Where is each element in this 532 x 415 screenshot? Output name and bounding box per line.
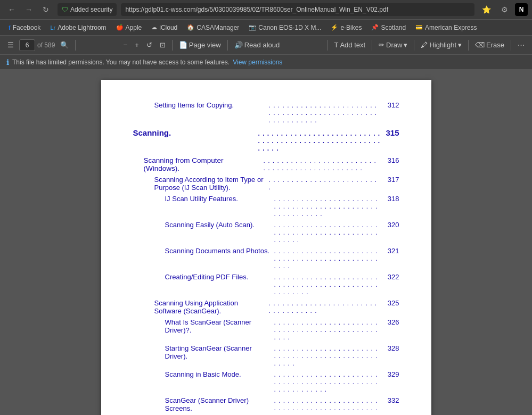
bookmarks-bar: f Facebook Lr Adobe Lightroom 🍎 Apple ☁ … bbox=[0, 19, 532, 35]
toc-dots: . . . . . . . . . . . . . . . . . . . . … bbox=[274, 397, 381, 415]
toc-entry-scanning: Scanning. . . . . . . . . . . . . . . . … bbox=[133, 128, 399, 152]
pdf-page-1: Setting Items for Copying. . . . . . . .… bbox=[101, 80, 431, 415]
forward-button[interactable]: → bbox=[21, 2, 36, 17]
toc-title: Scanning from Computer (Windows). bbox=[144, 156, 261, 172]
toolbar-divider-8 bbox=[511, 40, 511, 51]
refresh-button[interactable]: ↻ bbox=[38, 2, 53, 17]
toc-page: 316 bbox=[383, 156, 399, 164]
read-aloud-button[interactable]: 🔊 Read aloud bbox=[231, 39, 283, 51]
toolbar-divider-6 bbox=[414, 40, 414, 51]
toc-entry-setting-items: Setting Items for Copying. . . . . . . .… bbox=[133, 101, 399, 124]
notion-label: N bbox=[519, 6, 524, 13]
toc-dots: . . . . . . . . . . . . . . . . . . . . … bbox=[274, 345, 381, 367]
menu-button[interactable]: ☰ bbox=[4, 39, 17, 51]
shield-icon: 🛡 bbox=[62, 6, 68, 13]
bookmark-amex[interactable]: 💳 American Express bbox=[411, 23, 481, 32]
view-permissions-link[interactable]: View permissions bbox=[233, 59, 282, 66]
page-view-button[interactable]: 📄 Page view bbox=[176, 39, 224, 51]
erase-label: Erase bbox=[486, 41, 504, 49]
bookmark-icloud[interactable]: ☁ iCloud bbox=[147, 23, 182, 32]
toc-entry-basic-mode: Scanning in Basic Mode. . . . . . . . . … bbox=[133, 370, 399, 393]
toolbar-center: − + ↺ ⊡ 📄 Page view 🔊 Read aloud bbox=[79, 39, 324, 51]
toc-page: 329 bbox=[383, 370, 399, 378]
toc-dots: . . . . . . . . . . . . . . . . . . . . … bbox=[274, 273, 381, 296]
add-text-button[interactable]: T Add text bbox=[331, 39, 369, 51]
bookmark-label: Adobe Lightroom bbox=[58, 24, 106, 31]
bookmark-scotland[interactable]: 📌 Scotland bbox=[367, 23, 410, 32]
page-count: of 589 bbox=[37, 42, 55, 49]
toc-entry-scangear: Scanning Using Application Software (Sca… bbox=[133, 299, 399, 315]
bookmark-label: CASAManager bbox=[197, 24, 239, 31]
add-text-icon: T bbox=[334, 41, 338, 49]
toolbar-right: T Add text ✏ Draw ▾ 🖍 Highlight ▾ ⌫ Eras… bbox=[331, 39, 528, 51]
rotate-button[interactable]: ↺ bbox=[143, 39, 155, 51]
toc-entry-what-scangear: What Is ScanGear (Scanner Driver)?. . . … bbox=[133, 318, 399, 341]
toc-page: 315 bbox=[383, 128, 399, 137]
ebikes-icon: ⚡ bbox=[331, 24, 338, 31]
toc-title: ScanGear (Scanner Driver) Screens. bbox=[165, 396, 272, 412]
fit-button[interactable]: ⊡ bbox=[157, 39, 169, 51]
zoom-in-button[interactable]: + bbox=[132, 39, 142, 51]
toc-dots: . . . . . . . . . . . . . . . . . . . . … bbox=[264, 157, 381, 172]
settings-button[interactable]: ⚙ bbox=[497, 2, 512, 17]
draw-icon: ✏ bbox=[379, 41, 384, 49]
apple-icon: 🍎 bbox=[116, 24, 124, 31]
bookmark-lightroom[interactable]: Lr Adobe Lightroom bbox=[46, 23, 110, 32]
read-aloud-icon: 🔊 bbox=[234, 41, 243, 49]
browser-actions: ⭐ ⚙ N bbox=[479, 2, 528, 17]
erase-button[interactable]: ⌫ Erase bbox=[472, 39, 508, 51]
toc-page: 322 bbox=[383, 273, 399, 281]
bookmark-casa[interactable]: 🏠 CASAManager bbox=[183, 23, 243, 32]
zoom-out-button[interactable]: − bbox=[120, 39, 131, 51]
highlight-button[interactable]: 🖍 Highlight ▾ bbox=[418, 39, 465, 51]
draw-label: Draw bbox=[386, 41, 402, 49]
toc-title: Setting Items for Copying. bbox=[154, 101, 267, 109]
canon-icon: 📷 bbox=[249, 24, 256, 31]
highlight-chevron: ▾ bbox=[458, 41, 462, 49]
draw-button[interactable]: ✏ Draw ▾ bbox=[375, 39, 411, 51]
draw-chevron: ▾ bbox=[404, 41, 407, 49]
toc-title: Scanning According to Item Type or Purpo… bbox=[154, 176, 267, 192]
info-icon: ℹ bbox=[6, 58, 9, 67]
extensions-button[interactable]: ⭐ bbox=[479, 2, 494, 17]
toolbar-left: ☰ of 589 🔍 bbox=[4, 39, 72, 51]
toc-entry-auto-scan: Scanning Easily (Auto Scan). . . . . . .… bbox=[133, 221, 399, 244]
toc-entry-pdf-files: Creating/Editing PDF Files. . . . . . . … bbox=[133, 273, 399, 296]
toc-page: 332 bbox=[383, 396, 399, 404]
url-bar[interactable] bbox=[121, 3, 474, 16]
toc-entry-starting-scangear: Starting ScanGear (Scanner Driver). . . … bbox=[133, 344, 399, 367]
page-view-label: Page view bbox=[189, 41, 221, 49]
bookmark-ebikes[interactable]: ⚡ e-Bikes bbox=[326, 23, 366, 32]
toc-dots: . . . . . . . . . . . . . . . . . . . . … bbox=[269, 176, 381, 191]
toc-title: Creating/Editing PDF Files. bbox=[165, 273, 272, 281]
pdf-area[interactable]: Setting Items for Copying. . . . . . . .… bbox=[0, 69, 532, 415]
toc-entry-scangear-screens: ScanGear (Scanner Driver) Screens. . . .… bbox=[133, 396, 399, 415]
toc-title: Scanning Using Application Software (Sca… bbox=[154, 299, 267, 315]
security-label: Added security bbox=[70, 6, 112, 13]
bookmark-facebook[interactable]: f Facebook bbox=[4, 23, 45, 32]
toc-title: Scanning Documents and Photos. bbox=[165, 247, 272, 255]
toc-page: 320 bbox=[383, 221, 399, 229]
toc-title: Scanning Easily (Auto Scan). bbox=[165, 221, 272, 229]
more-button[interactable]: ⋯ bbox=[514, 39, 528, 51]
toolbar-divider-7 bbox=[468, 40, 469, 51]
bookmark-apple[interactable]: 🍎 Apple bbox=[112, 23, 146, 32]
toc-page: 326 bbox=[383, 318, 399, 326]
toc-page: 317 bbox=[383, 176, 399, 184]
toc-page: 318 bbox=[383, 195, 399, 203]
back-button[interactable]: ← bbox=[4, 2, 19, 17]
browser-bar: ← → ↻ 🛡 Added security ⭐ ⚙ N bbox=[0, 0, 532, 19]
toolbar-divider-1 bbox=[75, 40, 76, 51]
notion-icon[interactable]: N bbox=[515, 3, 528, 16]
toc-entry-ij-scan: Scanning According to Item Type or Purpo… bbox=[133, 176, 399, 192]
page-input[interactable] bbox=[19, 39, 35, 51]
bookmark-label: Apple bbox=[126, 24, 142, 31]
toc-page: 312 bbox=[383, 101, 399, 109]
security-badge: 🛡 Added security bbox=[58, 3, 117, 16]
bookmark-canon[interactable]: 📷 Canon EOS-1D X M... bbox=[244, 23, 325, 32]
toolbar-divider-3 bbox=[227, 40, 228, 51]
toc-dots: . . . . . . . . . . . . . . . . . . . . … bbox=[274, 221, 381, 244]
casa-icon: 🏠 bbox=[187, 24, 194, 31]
toc-page: 328 bbox=[383, 344, 399, 352]
search-button[interactable]: 🔍 bbox=[57, 39, 72, 51]
